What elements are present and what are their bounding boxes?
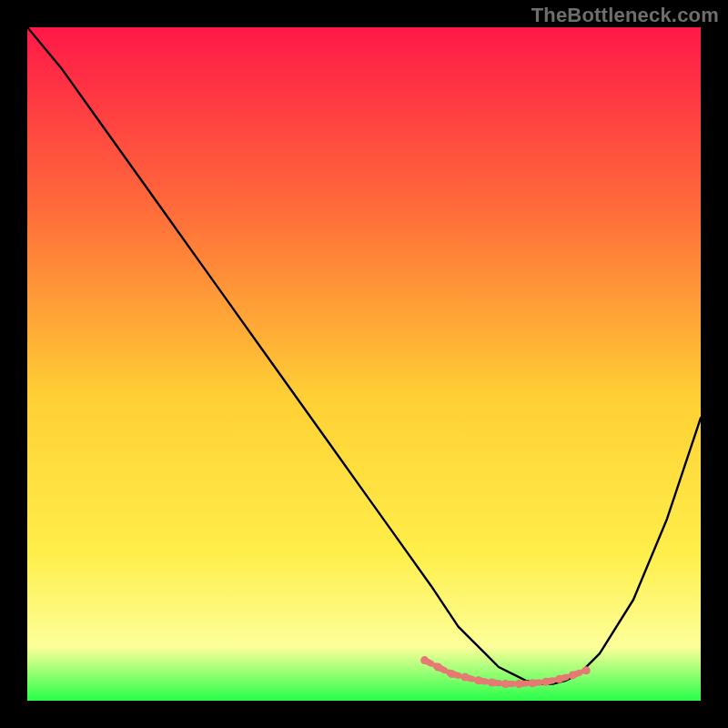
valley-marker-dot [448, 670, 456, 678]
valley-marker-dot [529, 679, 537, 687]
gradient-background [27, 27, 701, 701]
valley-marker-dot [582, 666, 591, 674]
valley-marker-dot [474, 676, 482, 684]
watermark-text: TheBottleneck.com [531, 4, 719, 27]
valley-marker-dot [501, 680, 510, 688]
valley-marker-dot [420, 656, 429, 664]
valley-marker-dot [541, 678, 550, 686]
valley-marker-dot [515, 680, 523, 688]
valley-marker-dot [569, 671, 577, 679]
valley-marker-dot [434, 663, 442, 672]
chart-frame: TheBottleneck.com [0, 0, 728, 728]
plot-svg [27, 27, 701, 701]
valley-marker-dot [461, 673, 470, 682]
valley-marker-dot [555, 675, 563, 683]
valley-marker-dot [488, 679, 496, 687]
plot-area [27, 27, 701, 701]
